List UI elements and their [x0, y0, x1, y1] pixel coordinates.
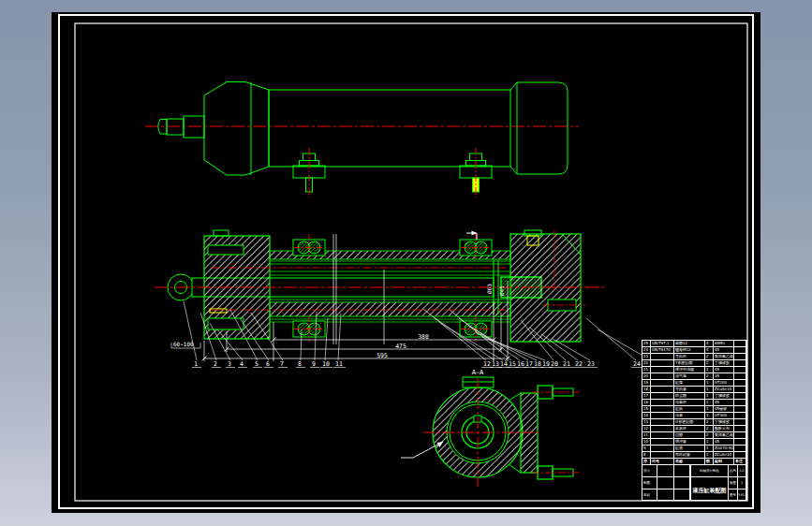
parts-cell: 4	[705, 341, 714, 346]
parts-cell	[734, 387, 746, 392]
stroke-note-text: 60~100	[173, 341, 194, 347]
parts-row: 10缓冲套145	[642, 439, 746, 446]
parts-cell	[734, 347, 746, 353]
parts-cell: 11	[642, 432, 651, 438]
parts-cell: 2	[705, 432, 714, 438]
parts-cell: 活塞杆	[674, 400, 705, 405]
callout-number: 11	[335, 360, 343, 368]
parts-cell: 35	[714, 373, 734, 379]
parts-cell: 缸底	[674, 446, 705, 451]
top-view	[145, 82, 579, 198]
scale-cell: 图号	[729, 489, 738, 501]
section-view: 60~100 Ø63 Ø45	[155, 230, 607, 361]
parts-cell: 导向环	[674, 354, 705, 359]
parts-header-cell: 备注	[734, 459, 746, 464]
parts-row: 12支承环2酚醛夹布	[642, 426, 746, 432]
parts-cell	[734, 373, 746, 379]
parts-list: 25GB/T97.1垫圈12465Mn24GB/T6170螺母M1244523导…	[642, 341, 746, 459]
parts-cell: 2	[705, 426, 714, 431]
parts-cell: 45	[714, 439, 734, 445]
callout-number: 5	[255, 360, 258, 368]
right-cap-outline	[510, 82, 568, 174]
dimension-text: 595	[376, 352, 388, 359]
parts-row: 23导向环2聚四氟乙烯	[642, 354, 746, 360]
callout-number: 4	[240, 360, 244, 368]
parts-cell: ZCuSn10	[714, 387, 734, 392]
parts-row: 19缸盖1HT200	[642, 380, 746, 387]
parts-table: 25GB/T97.1垫圈12465Mn24GB/T6170螺母M1244523导…	[642, 340, 747, 501]
parts-cell: 1	[705, 406, 714, 412]
title-block: 设计制图审核 机械设计制造 液压缸装配图 比例1:2数量1图号YYG-00	[642, 465, 746, 501]
parts-list-header: 序代号名称数材料备注	[642, 459, 746, 465]
parts-cell	[651, 387, 674, 392]
parts-cell: 丁腈橡胶	[714, 360, 734, 366]
parts-cell: 65Mn	[714, 341, 734, 346]
parts-cell	[734, 446, 746, 451]
callout-number: 1	[194, 360, 198, 368]
left-cap-outline	[204, 82, 269, 176]
parts-cell: GB/T6170	[651, 347, 674, 353]
parts-cell	[651, 400, 674, 405]
parts-cell: 45	[714, 347, 734, 353]
callout-number: 16	[517, 360, 524, 368]
parts-cell: 45	[714, 400, 734, 405]
parts-cell: 聚四氟乙烯	[714, 432, 734, 438]
parts-cell	[651, 426, 674, 431]
callout-number: 24	[633, 360, 641, 368]
callout-number: 22	[575, 360, 583, 368]
parts-cell: 17	[642, 393, 651, 399]
parts-row: 11挡圈2聚四氟乙烯	[642, 432, 746, 439]
parts-cell: 1	[705, 400, 714, 405]
parts-row: 20排气塞235	[642, 373, 746, 380]
parts-cell: 45	[714, 367, 734, 373]
signature-cell	[657, 489, 674, 501]
parts-cell: 13	[642, 419, 651, 425]
signature-cell: 设计	[642, 465, 657, 476]
parts-cell	[651, 373, 674, 379]
parts-cell: 垫圈12	[674, 341, 705, 346]
end-view: A—A	[401, 369, 581, 487]
scale-area: 比例1:2数量1图号YYG-00	[729, 465, 746, 501]
parts-header-cell: 材料	[714, 459, 734, 464]
parts-cell	[651, 432, 674, 438]
section-label: A—A	[472, 369, 484, 376]
parts-cell	[734, 354, 746, 359]
cad-viewport: 60~100 Ø63 Ø45	[0, 0, 812, 526]
parts-cell	[651, 380, 674, 386]
callout-number: 10	[322, 360, 330, 368]
parts-cell: ZCuSn10	[714, 452, 734, 458]
parts-cell: 缸盖	[674, 380, 705, 386]
parts-cell	[734, 439, 746, 445]
parts-row: 25GB/T97.1垫圈12465Mn	[642, 341, 746, 347]
parts-row: 13O形密封圈2丁腈橡胶	[642, 419, 746, 426]
signature-cell	[657, 477, 674, 489]
parts-cell: 2	[705, 360, 714, 366]
parts-cell: 1	[705, 367, 714, 373]
parts-row: 15缸筒145钢管	[642, 406, 746, 413]
parts-cell	[651, 413, 674, 418]
parts-cell: 丁腈橡胶	[714, 393, 734, 399]
dimension-text: 380	[418, 333, 429, 341]
parts-header-cell: 代号	[651, 459, 674, 464]
signature-cell: 制图	[642, 477, 657, 489]
parts-header-cell: 名称	[674, 459, 705, 464]
parts-cell: GB/T97.1	[651, 341, 674, 346]
parts-cell	[651, 360, 674, 366]
parts-cell	[734, 380, 746, 386]
callout-number: 9	[312, 360, 316, 368]
parts-cell: 2	[705, 373, 714, 379]
cutting-plane-arrow	[466, 231, 477, 241]
parts-cell: 缓冲节流阀	[674, 367, 705, 373]
parts-cell: 22	[642, 360, 651, 366]
callout-number: 15	[509, 360, 516, 368]
diameter-label-1: Ø63	[486, 284, 493, 294]
callout-leader	[586, 318, 636, 360]
scale-cell: 数量	[729, 477, 738, 489]
parts-row: 17防尘圈1丁腈橡胶	[642, 393, 746, 400]
callout-number: 20	[551, 360, 558, 368]
scale-cell: 比例	[729, 465, 738, 476]
scale-cell: 1:2	[738, 465, 746, 476]
parts-row: 14活塞1HT300	[642, 413, 746, 419]
callout-leader	[184, 301, 197, 360]
parts-cell: 排气塞	[674, 373, 705, 379]
